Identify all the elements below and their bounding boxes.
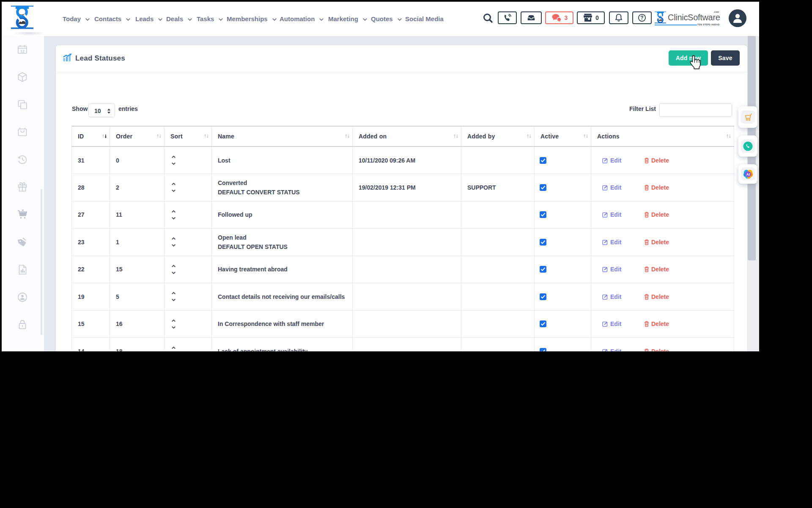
- svg-text:?: ?: [640, 15, 643, 21]
- svg-text:AI: AI: [746, 172, 750, 176]
- svg-text:12: 12: [20, 49, 25, 53]
